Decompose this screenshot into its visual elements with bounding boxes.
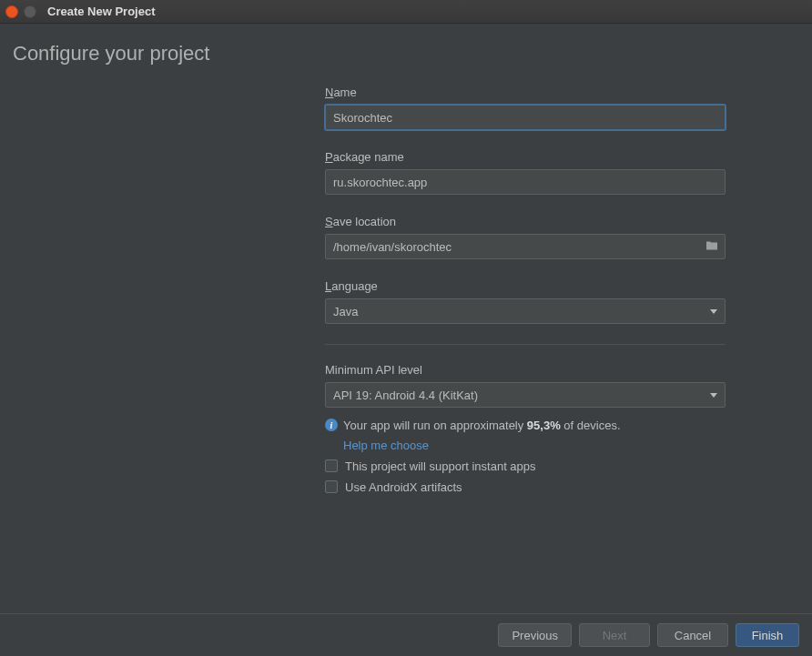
previous-button[interactable]: Previous (498, 623, 572, 647)
androidx-checkbox[interactable] (325, 480, 338, 493)
help-choose-link[interactable]: Help me choose (343, 439, 429, 452)
package-input[interactable] (325, 169, 726, 195)
api-info-text: Your app will run on approximately 95,3%… (343, 417, 621, 435)
language-label: Language (325, 279, 726, 293)
section-divider (325, 344, 726, 345)
language-field-block: Language Java (325, 279, 726, 324)
name-label: Name (325, 86, 726, 99)
package-field-block: Package name (325, 150, 726, 195)
language-dropdown[interactable]: Java (325, 298, 726, 324)
min-api-dropdown[interactable]: API 19: Android 4.4 (KitKat) (325, 382, 726, 408)
instant-apps-checkbox[interactable] (325, 459, 338, 472)
page-title: Configure your project (13, 42, 799, 66)
content-area: Configure your project Name Package name… (0, 24, 812, 613)
info-icon: i (325, 419, 338, 431)
api-info-row: i Your app will run on approximately 95,… (325, 417, 726, 435)
min-api-label: Minimum API level (325, 363, 726, 377)
finish-button[interactable]: Finish (736, 623, 799, 647)
window-minimize-button[interactable] (24, 5, 36, 18)
name-field-block: Name (325, 86, 726, 130)
chevron-down-icon (710, 393, 717, 398)
save-location-label: Save location (325, 215, 726, 228)
window-titlebar: Create New Project (0, 0, 812, 24)
min-api-value: API 19: Android 4.4 (KitKat) (333, 389, 478, 402)
instant-apps-label: This project will support instant apps (345, 459, 536, 473)
chevron-down-icon (710, 309, 717, 314)
package-label: Package name (325, 150, 726, 164)
save-location-field-block: Save location (325, 215, 726, 259)
androidx-label: Use AndroidX artifacts (345, 480, 462, 494)
instant-apps-row[interactable]: This project will support instant apps (325, 459, 726, 473)
name-input[interactable] (325, 105, 726, 130)
androidx-row[interactable]: Use AndroidX artifacts (325, 480, 726, 494)
cancel-button[interactable]: Cancel (657, 623, 728, 647)
dialog-footer: Previous Next Cancel Finish (0, 613, 812, 656)
min-api-field-block: Minimum API level API 19: Android 4.4 (K… (325, 363, 726, 452)
window-title: Create New Project (47, 5, 156, 18)
language-value: Java (333, 305, 358, 318)
next-button: Next (579, 623, 650, 647)
configure-form: Name Package name Save location Language… (325, 86, 726, 494)
save-location-input[interactable] (325, 234, 726, 259)
window-close-button[interactable] (5, 5, 18, 18)
